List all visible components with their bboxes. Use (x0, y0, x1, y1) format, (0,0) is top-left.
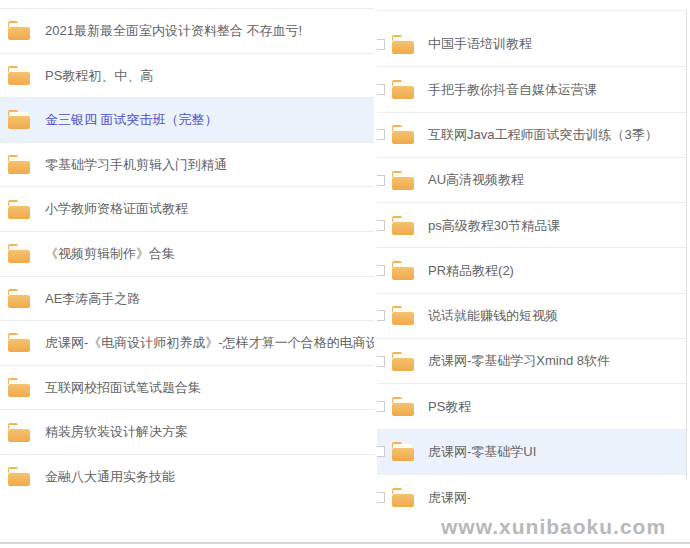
folder-row[interactable]: 虎课网-零基础学习Xmind 8软件 (377, 339, 686, 384)
folder-label[interactable]: AE李涛高手之路 (45, 291, 140, 307)
folder-icon (8, 423, 30, 442)
folder-label[interactable]: 《视频剪辑制作》合集 (45, 246, 175, 262)
folder-row[interactable]: 小学教师资格证面试教程 (0, 186, 374, 231)
folder-row[interactable]: PS教程初、中、高 (0, 53, 374, 98)
folder-label[interactable]: 2021最新最全面室内设计资料整合 不存血亏! (45, 23, 302, 39)
folder-label[interactable]: 中国手语培训教程 (428, 36, 532, 52)
folder-label[interactable]: 金融八大通用实务技能 (45, 469, 175, 485)
folder-label[interactable]: 虎课网-《电商设计师初养成》-怎样才算一个合格的电商设计师? (45, 335, 374, 351)
folder-row[interactable]: 互联网校招面试笔试题合集 (0, 365, 374, 410)
folder-icon (392, 125, 414, 144)
folder-row[interactable]: 金三银四 面试突击班（完整） (0, 97, 374, 142)
folder-label[interactable]: 金三银四 面试突击班（完整） (45, 112, 218, 128)
row-checkbox[interactable] (377, 220, 385, 231)
folder-icon (392, 488, 414, 507)
folder-icon (8, 21, 30, 40)
row-checkbox[interactable] (377, 265, 385, 276)
folder-icon (392, 35, 414, 54)
folder-icon (392, 306, 414, 325)
folder-row[interactable]: 互联网Java工程师面试突击训练（3季） (377, 113, 686, 158)
folder-row[interactable]: 精装房软装设计解决方案 (0, 409, 374, 454)
row-checkbox[interactable] (377, 175, 385, 186)
folder-icon (8, 244, 30, 263)
folder-icon (8, 378, 30, 397)
folder-label[interactable]: 互联网Java工程师面试突击训练（3季） (428, 127, 658, 143)
folder-row[interactable]: 说话就能赚钱的短视频 (377, 294, 686, 339)
folder-icon (8, 200, 30, 219)
folder-label[interactable]: 零基础学习手机剪辑入门到精通 (45, 157, 227, 173)
folder-icon (392, 216, 414, 235)
folder-icon (8, 110, 30, 129)
folder-icon (8, 289, 30, 308)
row-checkbox[interactable] (377, 446, 385, 457)
folder-label[interactable]: PS教程初、中、高 (45, 68, 153, 84)
folder-icon (392, 261, 414, 280)
left-folder-list: 2021最新最全面室内设计资料整合 不存血亏!PS教程初、中、高金三银四 面试突… (0, 8, 374, 499)
right-folder-list: 中国手语培训教程手把手教你抖音自媒体运营课互联网Java工程师面试突击训练（3季… (377, 10, 687, 520)
folder-row[interactable]: 2021最新最全面室内设计资料整合 不存血亏! (0, 8, 374, 53)
folder-row[interactable]: ps高级教程30节精品课 (377, 203, 686, 248)
row-checkbox[interactable] (377, 129, 385, 140)
folder-icon (392, 442, 414, 461)
folder-row[interactable]: PR精品教程(2) (377, 248, 686, 293)
folder-row[interactable]: 虎课网-《电商设计师初养成》-怎样才算一个合格的电商设计师? (0, 320, 374, 365)
folder-row[interactable]: 虎课网-零基础学UI (377, 430, 686, 475)
folder-label[interactable]: 说话就能赚钱的短视频 (428, 308, 558, 324)
folder-label[interactable]: 手把手教你抖音自媒体运营课 (428, 82, 597, 98)
folder-label[interactable]: 精装房软装设计解决方案 (45, 424, 188, 440)
bottom-border (0, 542, 690, 544)
folder-row[interactable]: 手把手教你抖音自媒体运营课 (377, 67, 686, 112)
folder-icon (8, 66, 30, 85)
folder-icon (8, 467, 30, 486)
folder-label[interactable]: PR精品教程(2) (428, 263, 514, 279)
folder-row[interactable]: 零基础学习手机剪辑入门到精通 (0, 142, 374, 187)
folder-label[interactable]: PS教程 (428, 399, 471, 415)
row-checkbox[interactable] (377, 401, 385, 412)
folder-label[interactable]: 小学教师资格证面试教程 (45, 201, 188, 217)
folder-icon (392, 352, 414, 371)
row-checkbox[interactable] (377, 492, 385, 503)
watermark: www.xunibaoku.com (441, 515, 666, 539)
folder-label[interactable]: AU高清视频教程 (428, 172, 524, 188)
folder-row[interactable]: 金融八大通用实务技能 (0, 454, 374, 499)
folder-icon (392, 171, 414, 190)
folder-icon (392, 397, 414, 416)
folder-icon (8, 333, 30, 352)
row-checkbox[interactable] (377, 39, 385, 50)
folder-row[interactable]: AU高清视频教程 (377, 158, 686, 203)
folder-icon (8, 155, 30, 174)
row-checkbox[interactable] (377, 84, 385, 95)
folder-row[interactable]: PS教程 (377, 384, 686, 429)
row-checkbox[interactable] (377, 356, 385, 367)
folder-row[interactable]: AE李涛高手之路 (0, 276, 374, 321)
folder-icon (392, 80, 414, 99)
folder-label[interactable]: 虎课网-零基础学习Xmind 8软件 (428, 353, 610, 369)
folder-row[interactable]: 中国手语培训教程 (377, 22, 686, 67)
folder-label[interactable]: 互联网校招面试笔试题合集 (45, 380, 201, 396)
folder-row[interactable]: 《视频剪辑制作》合集 (0, 231, 374, 276)
folder-label[interactable]: 虎课网-零基础学UI (428, 444, 536, 460)
folder-label[interactable]: ps高级教程30节精品课 (428, 218, 560, 234)
row-checkbox[interactable] (377, 310, 385, 321)
